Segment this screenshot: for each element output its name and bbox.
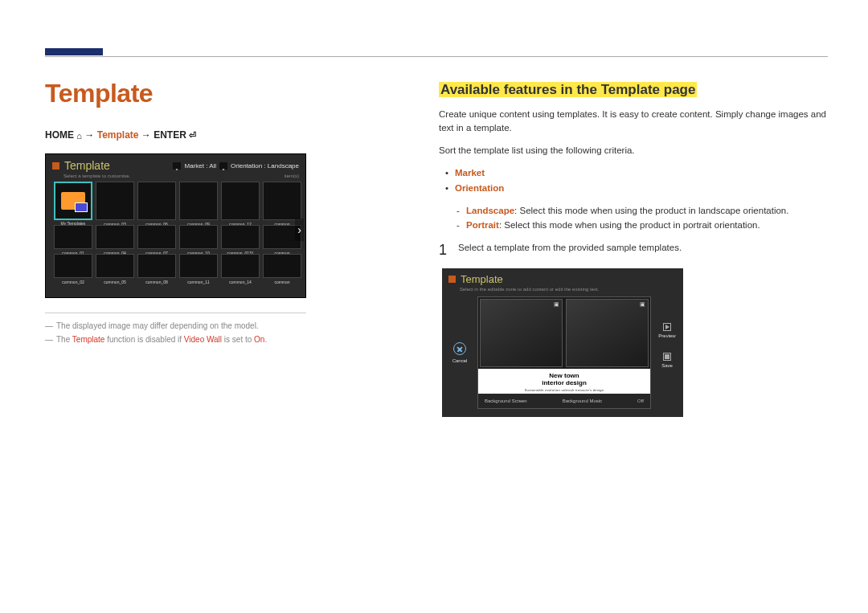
step-number: 1 (439, 243, 447, 257)
template-item[interactable]: common_06 (137, 182, 176, 220)
criteria-market: Market (439, 166, 828, 182)
next-page-arrow-icon[interactable]: › (295, 219, 304, 241)
image-zone-left[interactable]: ▣ (480, 299, 563, 367)
template-item[interactable]: common_10 (179, 225, 218, 249)
criteria-list: Market Orientation (439, 166, 828, 197)
template-item[interactable]: common_05 (96, 254, 134, 278)
template-grid-screenshot: Template ˬ Market : All ˬ Orientation : … (45, 153, 306, 298)
top-divider (45, 56, 828, 57)
home-icon: ⌂ (76, 131, 82, 141)
image-icon: ▣ (554, 301, 560, 308)
intro-paragraph: Create unique content using templates. I… (439, 108, 828, 136)
template-item[interactable]: common_14 (221, 254, 260, 278)
save-icon (663, 353, 671, 361)
ss1-hint: Select a template to customise. (63, 174, 130, 178)
divider (45, 313, 306, 313)
chevron-down-icon[interactable]: ˬ (219, 162, 227, 170)
page-title: Template (45, 79, 391, 108)
app-icon (52, 162, 59, 170)
preview-button[interactable]: Preview (651, 323, 683, 338)
note-videowall: ―The Template function is disabled if Vi… (45, 335, 391, 344)
orientation-sublist: Landscape: Select this mode when using t… (439, 203, 828, 233)
orientation-dropdown[interactable]: Orientation : Landscape (231, 162, 299, 170)
breadcrumb: HOME ⌂ → Template → ENTER ⏎ (45, 129, 391, 141)
enter-icon: ⏎ (189, 130, 196, 140)
orientation-landscape: Landscape: Select this mode when using t… (455, 203, 828, 218)
breadcrumb-arrow: → (141, 129, 151, 141)
bg-screen-label[interactable]: Background Screen (485, 398, 527, 403)
cancel-button[interactable]: Cancel (442, 342, 477, 363)
bg-music-label[interactable]: Background Music (563, 398, 602, 403)
play-icon (663, 323, 671, 331)
accent-block (45, 48, 103, 55)
ss1-title: Template (64, 159, 110, 172)
ss1-items: item(s) (285, 174, 299, 178)
image-zone-right[interactable]: ▣ (566, 299, 649, 367)
criteria-orientation: Orientation (439, 181, 828, 197)
preview-bottom-bar: Background Screen Background Music Off (478, 394, 650, 408)
template-item[interactable]: common_03 (96, 182, 134, 220)
template-item[interactable]: common_07 (137, 225, 176, 249)
template-item[interactable]: common_01 (54, 225, 92, 249)
bg-music-value: Off (637, 398, 644, 403)
folder-icon (61, 192, 85, 210)
step-text: Select a template from the provided samp… (458, 243, 682, 252)
breadcrumb-enter: ENTER (154, 129, 186, 141)
template-editor-screenshot: Template Select in the editable zone to … (442, 268, 683, 417)
orientation-portrait: Portrait: Select this mode when using th… (455, 218, 828, 232)
ss2-hint: Select in the editable zone to add conte… (442, 287, 683, 292)
note-model-disclaimer: ―The displayed image may differ dependin… (45, 321, 391, 330)
text-zone[interactable]: New town interior design Sustainable evo… (478, 369, 650, 394)
left-column: Template HOME ⌂ → Template → ENTER ⏎ Tem… (45, 79, 391, 417)
close-icon (453, 342, 466, 355)
template-item[interactable]: common_12 (221, 182, 260, 220)
page-top-rule (45, 48, 828, 57)
template-item[interactable]: common (263, 254, 301, 278)
step-1: 1 Select a template from the provided sa… (439, 243, 828, 257)
chevron-down-icon[interactable]: ˬ (173, 162, 181, 170)
template-item[interactable]: common_11 (179, 254, 218, 278)
image-icon: ▣ (640, 301, 646, 308)
template-item[interactable]: common_0131 (221, 225, 260, 249)
right-column: Available features in the Template page … (439, 79, 828, 417)
app-icon (448, 276, 456, 283)
template-item[interactable]: common_09 (179, 182, 218, 220)
template-item-mytemplates[interactable]: My Templates (54, 182, 92, 220)
breadcrumb-arrow: → (84, 129, 94, 141)
save-button[interactable]: Save (651, 353, 683, 368)
template-item[interactable]: common_04 (96, 225, 134, 249)
market-dropdown[interactable]: Market : All (184, 162, 216, 170)
template-item[interactable]: common_08 (137, 254, 176, 278)
template-preview: ▣ ▣ New town interior design Sustainable… (477, 296, 651, 409)
breadcrumb-home: HOME (45, 129, 74, 141)
section-heading: Available features in the Template page (439, 82, 697, 97)
side-actions: Preview Save (651, 323, 683, 382)
ss2-title: Template (461, 273, 503, 285)
template-item[interactable]: common_02 (54, 254, 92, 278)
sort-paragraph: Sort the template list using the followi… (439, 144, 828, 157)
breadcrumb-template: Template (97, 129, 139, 141)
template-item[interactable]: common (263, 182, 301, 220)
